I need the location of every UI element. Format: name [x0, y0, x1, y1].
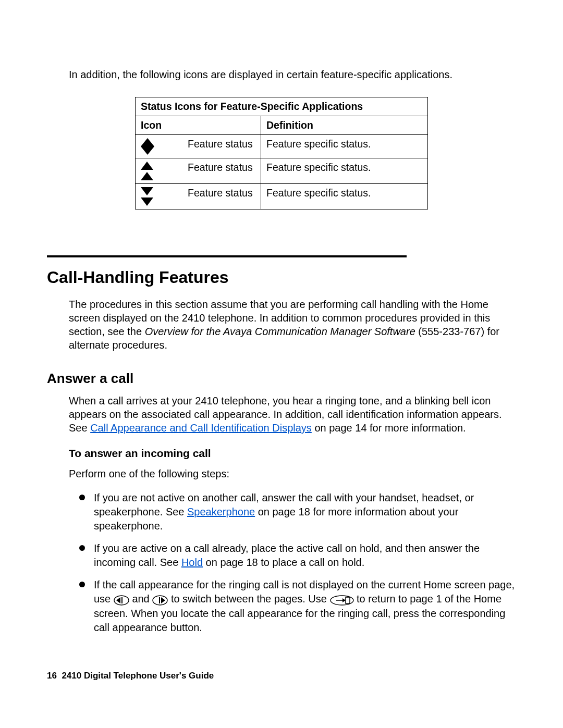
page-right-button-icon [152, 593, 168, 607]
svg-marker-10 [161, 597, 165, 603]
page-number: 16 [47, 671, 57, 681]
svg-rect-14 [346, 597, 350, 603]
table-title-row: Status Icons for Feature-Specific Applic… [136, 97, 428, 116]
svg-marker-2 [141, 172, 153, 180]
reference-title-italic: Overview for the Avaya Communication Man… [145, 326, 415, 337]
page-footer: 16 2410 Digital Telephone User's Guide [47, 671, 214, 681]
svg-marker-3 [141, 187, 153, 195]
list-item: If the call appearance for the ringing c… [79, 578, 516, 635]
double-up-triangle-icon [141, 162, 153, 180]
section-paragraph: The procedures in this section assume th… [69, 298, 516, 352]
document-page: In addition, the following icons are dis… [0, 0, 563, 728]
link-speakerphone[interactable]: Speakerphone [187, 506, 255, 517]
icon-cell [136, 135, 183, 158]
table-row: Feature status Feature specific status. [136, 158, 428, 184]
answer-paragraph: When a call arrives at your 2410 telepho… [69, 394, 516, 435]
icon-label: Feature status [182, 184, 261, 209]
icon-cell [136, 184, 183, 209]
icon-label: Feature status [182, 158, 261, 184]
double-down-triangle-icon [141, 187, 153, 206]
list-item: If you are not active on another call, a… [79, 491, 516, 533]
svg-marker-13 [342, 598, 346, 602]
definition-cell: Feature specific status. [261, 158, 428, 184]
procedure-lead: Perform one of the following steps: [69, 467, 516, 480]
table-row: Feature status Feature specific status. [136, 135, 428, 158]
section-heading: Call-Handling Features [47, 268, 516, 287]
list-item: If you are active on a call already, pla… [79, 541, 516, 570]
col-header-icon: Icon [136, 116, 261, 135]
definition-cell: Feature specific status. [261, 184, 428, 209]
svg-marker-0 [141, 138, 154, 155]
exit-button-icon [330, 593, 354, 607]
para-text: on page 14 for more information. [312, 422, 466, 434]
intro-paragraph: In addition, the following icons are dis… [69, 68, 516, 81]
svg-marker-1 [141, 162, 153, 170]
col-header-definition: Definition [261, 116, 428, 135]
link-call-appearance-displays[interactable]: Call Appearance and Call Identification … [90, 422, 312, 434]
icon-cell [136, 158, 183, 184]
table-row: Feature status Feature specific status. [136, 184, 428, 209]
footer-title: 2410 Digital Telephone User's Guide [62, 671, 214, 681]
icon-label: Feature status [182, 135, 261, 158]
svg-marker-6 [116, 597, 120, 603]
status-icons-table: Status Icons for Feature-Specific Applic… [135, 97, 428, 209]
link-hold[interactable]: Hold [181, 557, 203, 568]
section-rule [47, 255, 407, 257]
bullet-text: on page 18 to place a call on hold. [203, 557, 364, 568]
definition-cell: Feature specific status. [261, 135, 428, 158]
diamond-icon [141, 138, 154, 155]
bullet-text: to switch between the pages. Use [171, 593, 330, 604]
table-title: Status Icons for Feature-Specific Applic… [136, 97, 428, 116]
svg-marker-4 [141, 198, 153, 206]
page-left-button-icon [114, 593, 129, 607]
table-header-row: Icon Definition [136, 116, 428, 135]
subsection-heading: Answer a call [47, 371, 516, 387]
procedure-list: If you are not active on another call, a… [79, 491, 516, 635]
bullet-text: and [132, 593, 152, 604]
procedure-heading: To answer an incoming call [69, 447, 516, 460]
